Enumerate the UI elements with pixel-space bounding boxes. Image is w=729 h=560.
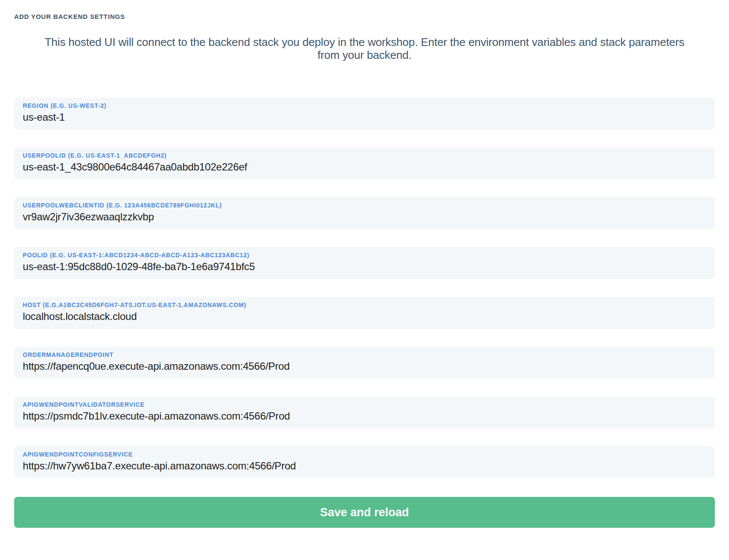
backend-settings-page: ADD YOUR BACKEND SETTINGS This hosted UI… <box>0 0 729 560</box>
field-apigwendpointvalidatorservice-label: APIGWENDPOINTVALIDATORSERVICE <box>23 401 706 408</box>
field-apigwendpointconfigservice: APIGWENDPOINTCONFIGSERVICE <box>14 446 715 478</box>
field-region-label: REGION (E.G. US-WEST-2) <box>23 102 706 110</box>
page-description: This hosted UI will connect to the backe… <box>43 36 686 61</box>
field-ordermanagerendpoint: ORDERMANAGERENDPOINT <box>14 347 715 379</box>
settings-form: REGION (E.G. US-WEST-2) USERPOOLID (E.G.… <box>14 97 715 478</box>
poolid-input[interactable] <box>23 260 706 273</box>
apigwendpointvalidatorservice-input[interactable] <box>23 410 706 423</box>
field-host-label: HOST (E.G.A1BC2C45D6FGH7-ATS.IOT.US-EAST… <box>23 301 706 309</box>
userpoolid-input[interactable] <box>23 161 706 173</box>
field-host: HOST (E.G.A1BC2C45D6FGH7-ATS.IOT.US-EAST… <box>14 297 715 329</box>
field-userpoolwebclientid: USERPOOLWEBCLIENTID (E.G. 123A456BCDE789… <box>14 197 715 229</box>
field-userpoolid-label: USERPOOLID (E.G. US-EAST-1_ABCDEFGH2) <box>23 152 706 159</box>
region-input[interactable] <box>23 111 706 124</box>
ordermanagerendpoint-input[interactable] <box>23 360 706 373</box>
field-ordermanagerendpoint-label: ORDERMANAGERENDPOINT <box>23 351 706 359</box>
field-apigwendpointvalidatorservice: APIGWENDPOINTVALIDATORSERVICE <box>14 396 715 429</box>
save-and-reload-button[interactable]: Save and reload <box>14 497 715 528</box>
field-poolid: POOLID (E.G. US-EAST-1:ABCD1234-ABCD-ABC… <box>14 247 715 279</box>
field-userpoolwebclientid-label: USERPOOLWEBCLIENTID (E.G. 123A456BCDE789… <box>23 202 706 209</box>
apigwendpointconfigservice-input[interactable] <box>23 460 706 472</box>
field-region: REGION (E.G. US-WEST-2) <box>14 97 715 130</box>
host-input[interactable] <box>23 310 706 323</box>
field-poolid-label: POOLID (E.G. US-EAST-1:ABCD1234-ABCD-ABC… <box>23 252 706 259</box>
userpoolwebclientid-input[interactable] <box>23 210 706 223</box>
field-userpoolid: USERPOOLID (E.G. US-EAST-1_ABCDEFGH2) <box>14 147 715 180</box>
page-title: ADD YOUR BACKEND SETTINGS <box>14 13 715 20</box>
field-apigwendpointconfigservice-label: APIGWENDPOINTCONFIGSERVICE <box>23 451 706 458</box>
